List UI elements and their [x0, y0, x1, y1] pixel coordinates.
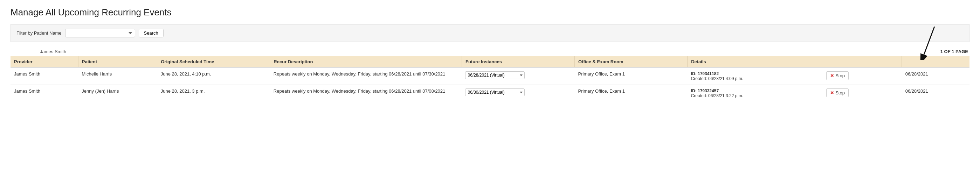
x-icon: ✕: [830, 90, 834, 95]
col-header-recurdesc: Recur Description: [270, 56, 462, 68]
cell-office-exam: Primary Office, Exam 1: [575, 85, 687, 102]
col-header-action: [823, 56, 902, 68]
filter-label: Filter by Patient Name: [16, 30, 62, 36]
table-row: James Smith Michelle Harris June 28, 202…: [11, 68, 969, 85]
table-row: James Smith Jenny (Jen) Harris June 28, …: [11, 85, 969, 102]
cell-details: ID: 179341182 Created: 06/28/21 4:09 p.m…: [687, 68, 823, 85]
cell-stop-action: ✕ Stop: [823, 68, 902, 85]
cell-recur-desc: Repeats weekly on Monday, Wednesday, Fri…: [270, 85, 462, 102]
results-header: James Smith 1 OF 1 PAGE: [11, 49, 969, 54]
cell-office-exam: Primary Office, Exam 1: [575, 68, 687, 85]
stop-button-1[interactable]: ✕ Stop: [826, 88, 849, 97]
stop-label: Stop: [835, 73, 845, 78]
col-header-office: Office & Exam Room: [575, 56, 687, 68]
recurring-events-table: Provider Patient Original Scheduled Time…: [11, 56, 969, 102]
col-header-patient: Patient: [78, 56, 157, 68]
details-created: Created: 06/28/21 4:09 p.m.: [691, 76, 819, 81]
stop-label: Stop: [835, 90, 845, 95]
search-button[interactable]: Search: [139, 29, 164, 38]
details-id: ID: 179341182: [691, 71, 819, 76]
future-instance-select-0[interactable]: 06/28/2021 (Virtual): [465, 71, 525, 79]
x-icon: ✕: [830, 73, 834, 78]
patient-name-filter[interactable]: [65, 29, 135, 38]
table-container: Provider Patient Original Scheduled Time…: [11, 56, 969, 102]
cell-date: 06/28/2021: [902, 68, 969, 85]
group-name: James Smith: [12, 49, 66, 54]
cell-provider: James Smith: [11, 68, 78, 85]
cell-details: ID: 179332457 Created: 06/28/21 3:22 p.m…: [687, 85, 823, 102]
cell-orig-time: June 28, 2021, 3 p.m.: [157, 85, 270, 102]
cell-future-instance: 06/28/2021 (Virtual): [461, 68, 574, 85]
future-instance-select-1[interactable]: 06/30/2021 (Virtual): [465, 88, 525, 96]
stop-button-0[interactable]: ✕ Stop: [826, 71, 849, 80]
col-header-date: [902, 56, 969, 68]
cell-patient: Michelle Harris: [78, 68, 157, 85]
col-header-provider: Provider: [11, 56, 78, 68]
details-id: ID: 179332457: [691, 88, 819, 93]
col-header-details: Details: [687, 56, 823, 68]
cell-patient: Jenny (Jen) Harris: [78, 85, 157, 102]
page-info: 1 OF 1 PAGE: [940, 49, 968, 54]
cell-recur-desc: Repeats weekly on Monday, Wednesday, Fri…: [270, 68, 462, 85]
col-header-origtime: Original Scheduled Time: [157, 56, 270, 68]
cell-date: 06/28/2021: [902, 85, 969, 102]
cell-provider: James Smith: [11, 85, 78, 102]
cell-future-instance: 06/30/2021 (Virtual): [461, 85, 574, 102]
filter-bar: Filter by Patient Name Search: [11, 24, 969, 42]
cell-orig-time: June 28, 2021, 4:10 p.m.: [157, 68, 270, 85]
cell-stop-action: ✕ Stop: [823, 85, 902, 102]
page-title: Manage All Upcoming Recurring Events: [11, 7, 969, 18]
col-header-future: Future Instances: [461, 56, 574, 68]
details-created: Created: 06/28/21 3:22 p.m.: [691, 93, 819, 98]
